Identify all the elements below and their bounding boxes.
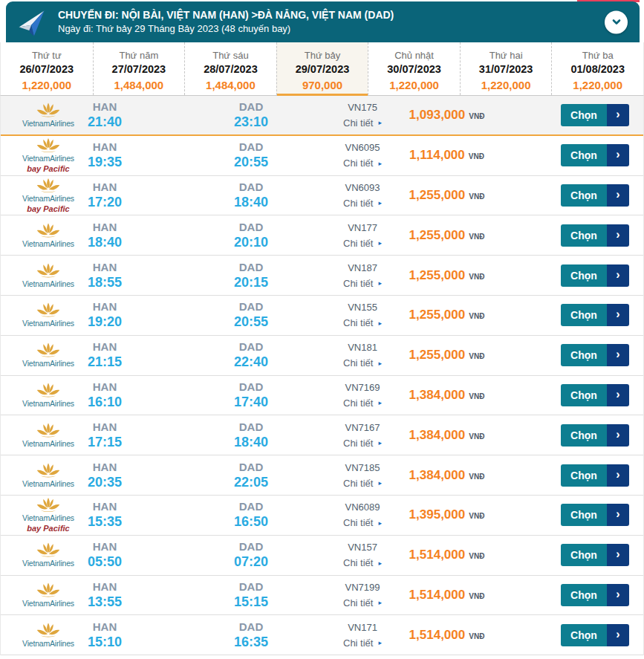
select-button[interactable]: Chọn › (561, 424, 629, 447)
origin-code: HAN (74, 221, 136, 233)
date-tab-27-07-2023[interactable]: Thứ năm 27/07/2023 1,484,000 (93, 42, 185, 95)
departure-cell: HAN 19:20 (74, 300, 136, 330)
details-label: Chi tiết (343, 597, 373, 608)
details-link[interactable]: Chi tiết ▸ (343, 237, 382, 248)
destination-code: DAD (220, 140, 282, 153)
select-button[interactable]: Chọn › (561, 384, 629, 406)
triangle-right-icon: ▸ (378, 639, 382, 646)
details-label: Chi tiết (343, 477, 373, 488)
details-link[interactable]: Chi tiết ▸ (343, 158, 382, 169)
price-amount: 1,255,000 (409, 268, 466, 282)
date-tab-28-07-2023[interactable]: Thứ sáu 28/07/2023 1,484,000 (184, 42, 276, 95)
details-link[interactable]: Chi tiết ▸ (343, 557, 382, 568)
select-button[interactable]: Chọn › (561, 544, 629, 566)
chevron-right-icon: › (607, 184, 629, 207)
arrival-cell: DAD 20:10 (220, 221, 282, 250)
price-amount: 1,255,000 (409, 308, 466, 322)
departure-time: 20:35 (74, 475, 136, 490)
select-button-label: Chọn (561, 264, 607, 287)
departure-cell: HAN 20:35 (74, 461, 136, 490)
select-button[interactable]: Chọn › (561, 464, 629, 487)
details-link[interactable]: Chi tiết ▸ (343, 117, 382, 128)
triangle-right-icon: ▸ (378, 319, 382, 326)
select-button-label: Chọn (561, 184, 607, 207)
details-link[interactable]: Chi tiết ▸ (343, 357, 382, 369)
tab-price: 970,000 (277, 79, 368, 91)
destination-code: DAD (220, 221, 282, 233)
departure-cell: HAN 05:50 (74, 540, 136, 570)
price-cell: 1,255,000VNĐ (393, 188, 501, 203)
date-tab-31-07-2023[interactable]: Thứ hai 31/07/2023 1,220,000 (460, 42, 552, 95)
details-label: Chi tiết (343, 117, 373, 128)
price-amount: 1,255,000 (409, 348, 466, 362)
date-tabs: Thứ tư 26/07/2023 1,220,000 Thứ năm 27/0… (0, 42, 644, 96)
select-button[interactable]: Chọn › (561, 584, 629, 606)
select-button[interactable]: Chọn › (561, 184, 629, 207)
price-cell: 1,395,000VNĐ (393, 507, 501, 522)
select-button[interactable]: Chọn › (561, 624, 629, 646)
vietnam-airlines-lotus-icon (35, 178, 62, 194)
tab-day-label: Chủ nhật (368, 50, 460, 61)
details-link[interactable]: Chi tiết ▸ (343, 437, 382, 448)
price-amount: 1,514,000 (409, 628, 466, 642)
arrival-time: 18:40 (220, 195, 282, 210)
arrival-cell: DAD 16:35 (220, 620, 282, 650)
tab-price: 1,220,000 (368, 79, 460, 91)
arrival-cell: DAD 22:05 (220, 461, 282, 490)
departure-cell: HAN 17:15 (74, 421, 136, 450)
departure-cell: HAN 13:55 (74, 580, 136, 610)
chevron-right-icon: › (607, 264, 629, 287)
departure-time: 18:55 (74, 275, 136, 290)
arrival-time: 15:15 (220, 594, 282, 610)
vietnam-airlines-lotus-icon (35, 542, 62, 559)
details-link[interactable]: Chi tiết ▸ (343, 277, 382, 288)
date-tab-30-07-2023[interactable]: Chủ nhật 30/07/2023 1,220,000 (368, 42, 460, 95)
flight-row-VN177: VietnamAirlines HAN 18:40 DAD 20:10 VN17… (1, 215, 643, 256)
arrival-cell: DAD 20:15 (220, 261, 282, 290)
arrival-time: 16:35 (220, 634, 282, 650)
arrival-cell: DAD 22:40 (220, 340, 282, 370)
details-link[interactable]: Chi tiết ▸ (343, 477, 382, 488)
vietnam-airlines-lotus-icon (35, 622, 62, 638)
vietnam-airlines-lotus-icon (35, 462, 62, 478)
price-amount: 1,514,000 (409, 588, 466, 602)
details-label: Chi tiết (343, 637, 373, 648)
date-tab-01-08-2023[interactable]: Thứ ba 01/08/2023 1,220,000 (551, 42, 643, 95)
select-button[interactable]: Chọn › (561, 224, 629, 247)
departure-time: 17:20 (74, 195, 136, 210)
trip-title: CHUYẾN ĐI: NỘI BÀI, VIỆT NAM (HAN) >ĐÀ N… (58, 9, 394, 22)
details-link[interactable]: Chi tiết ▸ (343, 637, 382, 648)
destination-code: DAD (220, 461, 282, 473)
date-tab-29-07-2023[interactable]: Thứ bảy 29/07/2023 970,000 (276, 42, 368, 95)
collapse-button[interactable] (605, 10, 628, 33)
details-link[interactable]: Chi tiết ▸ (343, 197, 382, 208)
currency-label: VNĐ (469, 432, 484, 441)
select-button[interactable]: Chọn › (561, 504, 629, 526)
price-cell: 1,255,000VNĐ (393, 348, 501, 363)
origin-code: HAN (74, 620, 136, 633)
departure-cell: HAN 18:40 (74, 221, 136, 250)
select-button-label: Chọn (561, 624, 607, 646)
details-label: Chi tiết (343, 397, 373, 408)
select-button[interactable]: Chọn › (561, 344, 629, 366)
origin-code: HAN (74, 580, 136, 593)
select-button[interactable]: Chọn › (561, 144, 629, 166)
origin-code: HAN (74, 540, 136, 553)
select-button[interactable]: Chọn › (561, 104, 629, 126)
arrival-cell: DAD 15:15 (220, 580, 282, 610)
select-button[interactable]: Chọn › (561, 264, 629, 287)
price-cell: 1,384,000VNĐ (393, 388, 501, 403)
currency-label: VNĐ (469, 312, 484, 320)
flight-row-VN187: VietnamAirlines HAN 18:55 DAD 20:15 VN18… (1, 256, 643, 296)
date-tab-26-07-2023[interactable]: Thứ tư 26/07/2023 1,220,000 (1, 42, 93, 95)
details-link[interactable]: Chi tiết ▸ (343, 517, 382, 528)
details-link[interactable]: Chi tiết ▸ (343, 317, 382, 328)
select-button[interactable]: Chọn › (561, 304, 629, 326)
arrival-cell: DAD 23:10 (220, 100, 282, 130)
destination-code: DAD (220, 100, 282, 113)
select-button-label: Chọn (561, 464, 607, 487)
details-link[interactable]: Chi tiết ▸ (343, 397, 382, 408)
details-link[interactable]: Chi tiết ▸ (343, 597, 382, 608)
origin-code: HAN (74, 340, 136, 353)
details-label: Chi tiết (343, 237, 373, 248)
